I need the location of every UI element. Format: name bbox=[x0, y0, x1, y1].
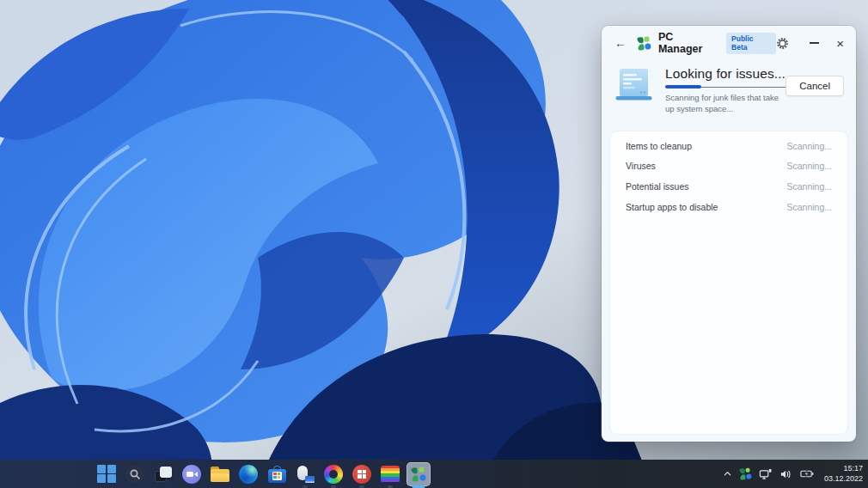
scan-progress-fill bbox=[665, 85, 701, 88]
show-hidden-icons-chevron[interactable] bbox=[723, 469, 732, 479]
minimize-button[interactable] bbox=[810, 39, 819, 48]
taskbar-task-view-button[interactable] bbox=[151, 462, 175, 486]
windows-start-icon bbox=[97, 465, 116, 484]
issue-label: Items to cleanup bbox=[626, 141, 692, 151]
scan-subtitle: Scanning for junk files that take up sys… bbox=[665, 92, 785, 115]
running-indicator bbox=[303, 485, 308, 488]
scan-results-panel: Items to cleanup Scanning... Viruses Sca… bbox=[610, 131, 847, 434]
battery-charging-icon[interactable] bbox=[800, 468, 814, 479]
taskbar-clock[interactable]: 15:17 03.12.2022 bbox=[824, 464, 863, 484]
mouse-utility-icon bbox=[296, 466, 315, 483]
running-indicator bbox=[388, 485, 393, 488]
chat-video-icon bbox=[182, 465, 201, 484]
pc-manager-window: ← PC Manager Public Beta × bbox=[602, 26, 856, 442]
taskbar-windows-tool-button[interactable] bbox=[350, 462, 374, 486]
issue-status: Scanning... bbox=[786, 181, 832, 192]
taskbar-pc-manager-button[interactable] bbox=[406, 462, 431, 486]
file-explorer-icon bbox=[211, 467, 229, 482]
taskbar-search-button[interactable] bbox=[123, 462, 147, 486]
color-wheel-icon bbox=[324, 465, 343, 484]
pc-manager-icon bbox=[411, 467, 426, 482]
taskbar-color-wheel-button[interactable] bbox=[321, 462, 345, 486]
public-beta-badge: Public Beta bbox=[726, 33, 776, 54]
issue-label: Startup apps to disable bbox=[626, 202, 718, 212]
edge-browser-icon bbox=[239, 465, 258, 484]
running-indicator bbox=[331, 485, 336, 488]
laptop-scan-icon bbox=[614, 66, 654, 106]
active-indicator bbox=[413, 485, 425, 488]
volume-icon[interactable] bbox=[779, 468, 792, 480]
scan-heading: Looking for issues... bbox=[665, 66, 785, 82]
issue-label: Viruses bbox=[626, 161, 656, 171]
window-title: PC Manager bbox=[658, 31, 720, 55]
microsoft-store-icon bbox=[268, 466, 286, 483]
tray-date: 03.12.2022 bbox=[824, 474, 863, 485]
issue-row: Startup apps to disable Scanning... bbox=[610, 197, 847, 217]
taskbar-chat-button[interactable] bbox=[180, 462, 204, 486]
issue-row: Items to cleanup Scanning... bbox=[610, 136, 847, 156]
network-icon[interactable] bbox=[759, 468, 772, 480]
search-icon bbox=[125, 465, 144, 484]
taskbar-start-button[interactable] bbox=[95, 462, 119, 486]
taskbar: 15:17 03.12.2022 bbox=[0, 460, 868, 488]
back-button[interactable]: ← bbox=[614, 36, 627, 50]
window-header: ← PC Manager Public Beta × bbox=[602, 26, 856, 60]
pc-manager-logo-icon bbox=[637, 36, 651, 50]
desktop: ← PC Manager Public Beta × bbox=[0, 0, 868, 488]
settings-gear-icon[interactable] bbox=[776, 37, 789, 50]
rainbow-color-icon bbox=[381, 466, 400, 483]
system-tray: 15:17 03.12.2022 bbox=[723, 460, 863, 488]
close-button[interactable]: × bbox=[836, 37, 844, 50]
cancel-button[interactable]: Cancel bbox=[785, 76, 844, 96]
taskbar-store-button[interactable] bbox=[265, 462, 289, 486]
taskbar-color-profile-button[interactable] bbox=[378, 462, 402, 486]
issue-row: Potential issues Scanning... bbox=[610, 176, 847, 197]
running-indicator bbox=[359, 485, 364, 488]
tray-time: 15:17 bbox=[824, 464, 863, 474]
issue-status: Scanning... bbox=[786, 161, 832, 171]
issue-status: Scanning... bbox=[786, 141, 832, 151]
issue-row: Viruses Scanning... bbox=[610, 156, 847, 177]
scan-status-section: Looking for issues... Scanning for junk … bbox=[602, 60, 856, 115]
taskbar-device-utility-button[interactable] bbox=[293, 462, 317, 486]
issue-label: Potential issues bbox=[626, 181, 689, 192]
taskbar-file-explorer-button[interactable] bbox=[208, 462, 232, 486]
task-view-icon bbox=[155, 467, 172, 482]
issue-status: Scanning... bbox=[786, 202, 832, 212]
pc-manager-tray-icon[interactable] bbox=[740, 468, 751, 479]
taskbar-edge-button[interactable] bbox=[236, 462, 260, 486]
scan-progress-bar bbox=[665, 85, 785, 88]
windows-tool-icon bbox=[352, 465, 371, 484]
